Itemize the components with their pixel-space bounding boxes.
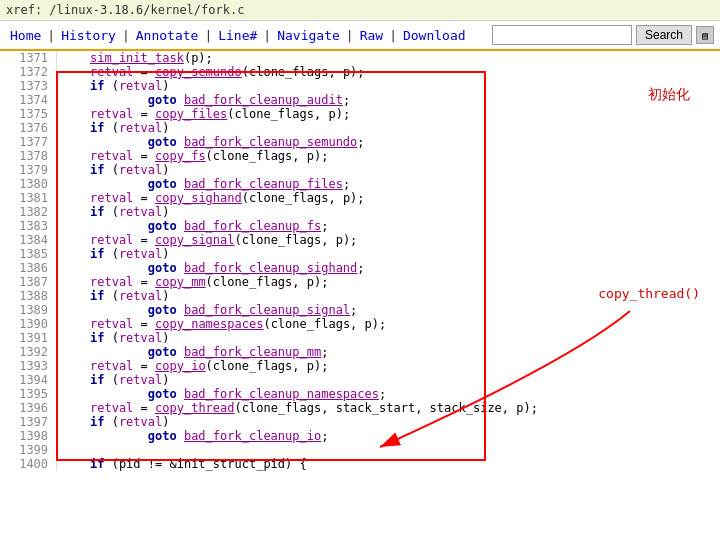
- line-code: retval = copy_sighand(clone_flags, p);: [57, 191, 720, 205]
- line-code: goto bad_fork_cleanup_files;: [57, 177, 720, 191]
- line-code: retval = copy_files(clone_flags, p);: [57, 107, 720, 121]
- line-code: goto bad_fork_cleanup_mm;: [57, 345, 720, 359]
- line-number: 1380: [0, 177, 57, 191]
- table-row: 1375 retval = copy_files(clone_flags, p)…: [0, 107, 720, 121]
- nav-sep-6: |: [387, 28, 399, 43]
- nav-home[interactable]: Home: [6, 26, 45, 45]
- line-code: goto bad_fork_cleanup_audit;: [57, 93, 720, 107]
- line-code: goto bad_fork_cleanup_semundo;: [57, 135, 720, 149]
- line-code: if (retval): [57, 163, 720, 177]
- line-code: retval = copy_thread(clone_flags, stack_…: [57, 401, 720, 415]
- annotation-init: 初始化: [648, 86, 690, 104]
- icon-button[interactable]: ▤: [696, 26, 714, 44]
- line-number: 1393: [0, 359, 57, 373]
- line-code: if (retval): [57, 247, 720, 261]
- line-code: retval = copy_signal(clone_flags, p);: [57, 233, 720, 247]
- table-row: 1391 if (retval): [0, 331, 720, 345]
- title-text: xref: /linux-3.18.6/kernel/fork.c: [6, 3, 244, 17]
- line-code: if (retval): [57, 373, 720, 387]
- title-bar: xref: /linux-3.18.6/kernel/fork.c: [0, 0, 720, 21]
- line-number: 1378: [0, 149, 57, 163]
- line-number: 1381: [0, 191, 57, 205]
- line-number: 1383: [0, 219, 57, 233]
- line-code: if (pid != &init_struct_pid) {: [57, 457, 720, 471]
- table-row: 1392 goto bad_fork_cleanup_mm;: [0, 345, 720, 359]
- nav-sep-2: |: [120, 28, 132, 43]
- line-number: 1398: [0, 429, 57, 443]
- line-number: 1384: [0, 233, 57, 247]
- line-code: retval = copy_semundo(clone_flags, p);: [57, 65, 720, 79]
- table-row: 1381 retval = copy_sighand(clone_flags, …: [0, 191, 720, 205]
- table-row: 1394 if (retval): [0, 373, 720, 387]
- line-code: sim_init_task(p);: [57, 51, 720, 65]
- line-code: if (retval): [57, 205, 720, 219]
- table-row: 1400 if (pid != &init_struct_pid) {: [0, 457, 720, 471]
- line-number: 1399: [0, 443, 57, 457]
- table-row: 1373 if (retval): [0, 79, 720, 93]
- table-row: 1398 goto bad_fork_cleanup_io;: [0, 429, 720, 443]
- line-number: 1377: [0, 135, 57, 149]
- nav-history[interactable]: History: [57, 26, 120, 45]
- line-number: 1389: [0, 303, 57, 317]
- line-number: 1374: [0, 93, 57, 107]
- table-row: 1384 retval = copy_signal(clone_flags, p…: [0, 233, 720, 247]
- line-code: [57, 443, 720, 457]
- annotation-copy-thread: copy_thread(): [598, 286, 700, 301]
- table-row: 1382 if (retval): [0, 205, 720, 219]
- nav-sep-5: |: [344, 28, 356, 43]
- nav-annotate[interactable]: Annotate: [132, 26, 203, 45]
- search-input[interactable]: [492, 25, 632, 45]
- line-number: 1400: [0, 457, 57, 471]
- table-row: 1374 goto bad_fork_cleanup_audit;: [0, 93, 720, 107]
- line-number: 1391: [0, 331, 57, 345]
- line-number: 1373: [0, 79, 57, 93]
- line-number: 1385: [0, 247, 57, 261]
- table-row: 1389 goto bad_fork_cleanup_signal;: [0, 303, 720, 317]
- table-row: 1372 retval = copy_semundo(clone_flags, …: [0, 65, 720, 79]
- table-row: 1396 retval = copy_thread(clone_flags, s…: [0, 401, 720, 415]
- table-row: 1385 if (retval): [0, 247, 720, 261]
- line-code: goto bad_fork_cleanup_namespaces;: [57, 387, 720, 401]
- nav-sep-4: |: [261, 28, 273, 43]
- line-code: goto bad_fork_cleanup_signal;: [57, 303, 720, 317]
- line-number: 1397: [0, 415, 57, 429]
- search-button[interactable]: Search: [636, 25, 692, 45]
- line-code: if (retval): [57, 415, 720, 429]
- line-number: 1371: [0, 51, 57, 65]
- line-number: 1395: [0, 387, 57, 401]
- line-number: 1379: [0, 163, 57, 177]
- line-number: 1382: [0, 205, 57, 219]
- line-code: goto bad_fork_cleanup_fs;: [57, 219, 720, 233]
- line-number: 1390: [0, 317, 57, 331]
- line-code: goto bad_fork_cleanup_sighand;: [57, 261, 720, 275]
- line-code: if (retval): [57, 79, 720, 93]
- table-row: 1397 if (retval): [0, 415, 720, 429]
- table-row: 1376 if (retval): [0, 121, 720, 135]
- table-row: 1390 retval = copy_namespaces(clone_flag…: [0, 317, 720, 331]
- line-number: 1372: [0, 65, 57, 79]
- table-row: 1377 goto bad_fork_cleanup_semundo;: [0, 135, 720, 149]
- table-row: 1371 sim_init_task(p);: [0, 51, 720, 65]
- nav-download[interactable]: Download: [399, 26, 470, 45]
- table-row: 1383 goto bad_fork_cleanup_fs;: [0, 219, 720, 233]
- table-row: 1379 if (retval): [0, 163, 720, 177]
- line-number: 1375: [0, 107, 57, 121]
- code-table: 1371 sim_init_task(p);1372 retval = copy…: [0, 51, 720, 471]
- nav-linenum[interactable]: Line#: [214, 26, 261, 45]
- nav-sep-1: |: [45, 28, 57, 43]
- table-row: 1378 retval = copy_fs(clone_flags, p);: [0, 149, 720, 163]
- line-code: retval = copy_namespaces(clone_flags, p)…: [57, 317, 720, 331]
- nav-raw[interactable]: Raw: [356, 26, 387, 45]
- nav-bar: Home | History | Annotate | Line# | Navi…: [0, 21, 720, 51]
- table-row: 1395 goto bad_fork_cleanup_namespaces;: [0, 387, 720, 401]
- nav-navigate[interactable]: Navigate: [273, 26, 344, 45]
- line-number: 1394: [0, 373, 57, 387]
- line-code: if (retval): [57, 331, 720, 345]
- line-code: retval = copy_fs(clone_flags, p);: [57, 149, 720, 163]
- line-number: 1376: [0, 121, 57, 135]
- line-code: goto bad_fork_cleanup_io;: [57, 429, 720, 443]
- line-number: 1387: [0, 275, 57, 289]
- table-row: 1399: [0, 443, 720, 457]
- line-number: 1392: [0, 345, 57, 359]
- search-area: Search ▤: [492, 25, 714, 45]
